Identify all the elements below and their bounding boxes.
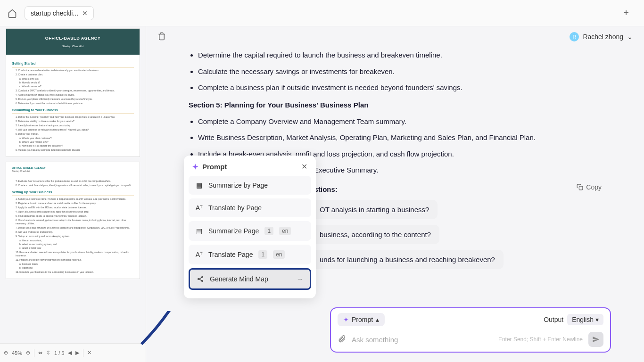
home-icon[interactable]: [8, 8, 17, 18]
item-label: Translate Page: [208, 251, 253, 258]
section-heading: Section 5: Planning for Your Business' B…: [189, 101, 611, 109]
arrow-right-icon: →: [297, 275, 303, 283]
page-badge: 1: [264, 227, 273, 235]
user-menu[interactable]: R Rachel zhong ⌄: [570, 32, 633, 41]
prompt-button[interactable]: ✦ Prompt ▴: [338, 313, 385, 326]
add-tab-button[interactable]: +: [623, 8, 629, 18]
pdf-toolbar: ⊕ 45% ⊖ ⇔ ⇕ 1 / 5 ◀ ▶ ✕: [0, 343, 146, 362]
page-badge: 1: [258, 250, 267, 259]
chevron-down-icon: ▾: [595, 316, 599, 323]
summarize-page-item[interactable]: ▤ Summarize Page 1 en: [189, 221, 311, 241]
question-chip[interactable]: unds for launching a business and reachi…: [311, 250, 504, 269]
sparkle-icon: ✦: [192, 163, 198, 171]
bullet-item: Complete a business plan if outside inve…: [198, 82, 611, 93]
question-chip[interactable]: OT analysis in starting a business?: [311, 200, 438, 219]
output-label: Output: [544, 316, 563, 323]
fit-page-icon[interactable]: ⇕: [46, 350, 50, 356]
translate-icon: Aᵀ: [195, 251, 203, 258]
zoom-out-icon[interactable]: ⊖: [26, 350, 30, 356]
copy-label: Copy: [586, 183, 602, 191]
chat-input[interactable]: [352, 336, 493, 344]
lang-badge: en: [279, 227, 291, 235]
svg-point-1: [198, 279, 199, 280]
avatar: R: [570, 32, 579, 41]
chevron-down-icon: ⌄: [627, 33, 633, 41]
send-button[interactable]: [588, 332, 603, 347]
thumb-section-title: Getting Started: [12, 61, 134, 67]
page-thumbnail-2[interactable]: OFFICE-BASED AGENCY Startup Checklist 7.…: [6, 162, 140, 279]
zoom-in-icon[interactable]: ⊕: [4, 350, 8, 356]
item-label: Translate by Page: [208, 204, 262, 212]
chevron-up-icon: ▴: [376, 316, 379, 323]
close-icon[interactable]: ✕: [301, 162, 307, 171]
input-hint: Enter Send; Shift + Enter Newline: [498, 336, 583, 343]
generate-mindmap-item[interactable]: Generate Mind Map →: [189, 268, 311, 290]
attach-icon[interactable]: [338, 334, 346, 345]
fit-width-icon[interactable]: ⇔: [38, 350, 42, 356]
questions-heading: questions:: [302, 185, 611, 193]
translate-page-item[interactable]: Aᵀ Translate Page 1 en: [189, 245, 311, 264]
lang-badge: en: [273, 250, 285, 259]
thumb-section-title: Committing to Your Business: [12, 108, 134, 114]
summarize-by-page-item[interactable]: ▤ Summarize by Page: [189, 176, 311, 195]
page-icon: ▤: [195, 227, 203, 235]
copy-button[interactable]: Copy: [577, 183, 602, 191]
popup-title: Prompt: [202, 163, 227, 171]
page-indicator: 1 / 5: [54, 350, 64, 356]
thumb-banner-title: OFFICE-BASED AGENCY: [10, 35, 136, 41]
prompt-btn-label: Prompt: [352, 316, 373, 323]
page-thumbnail-1[interactable]: OFFICE-BASED AGENCY Startup Checklist Ge…: [6, 28, 140, 157]
mindmap-icon: [197, 275, 204, 283]
item-label: Generate Mind Map: [210, 275, 268, 283]
prompt-popup: ✦ Prompt ✕ ▤ Summarize by Page Aᵀ Transl…: [184, 156, 316, 298]
app-header: startup checkli... ✕ +: [0, 0, 644, 26]
bullet-item: Complete a Company Overview and Manageme…: [198, 116, 611, 127]
output-language: Output English ▾: [544, 314, 603, 325]
translate-icon: Aᵀ: [195, 204, 203, 212]
trash-icon[interactable]: [157, 32, 166, 42]
thumb-head-title: OFFICE-BASED AGENCY: [6, 162, 140, 170]
user-name: Rachel zhong: [583, 33, 623, 41]
close-toolbar-icon[interactable]: ✕: [87, 350, 91, 356]
svg-point-3: [202, 280, 203, 282]
thumb-banner-sub: Startup Checklist: [10, 44, 136, 48]
item-label: Summarize by Page: [208, 181, 268, 189]
next-page-icon[interactable]: ▶: [75, 350, 79, 356]
sparkle-icon: ✦: [343, 316, 349, 323]
svg-rect-0: [579, 186, 583, 190]
thumbnail-scroll[interactable]: OFFICE-BASED AGENCY Startup Checklist Ge…: [0, 26, 146, 343]
bullet-item: Determine the capital required to launch…: [198, 50, 611, 61]
thumb-head-sub: Startup Checklist: [6, 170, 140, 175]
thumb-banner: OFFICE-BASED AGENCY Startup Checklist: [6, 29, 140, 55]
prev-page-icon[interactable]: ◀: [68, 350, 72, 356]
tab-title: startup checkli...: [31, 9, 78, 17]
page-icon: ▤: [195, 181, 203, 189]
translate-by-page-item[interactable]: Aᵀ Translate by Page: [189, 198, 311, 217]
thumb-section-title: Setting Up Your Business: [12, 190, 134, 196]
thumbnail-sidebar: OFFICE-BASED AGENCY Startup Checklist Ge…: [0, 26, 146, 362]
close-icon[interactable]: ✕: [82, 9, 88, 17]
zoom-level: 45%: [12, 350, 22, 356]
bullet-item: Write Business Description, Market Analy…: [198, 132, 611, 143]
item-label: Summarize Page: [208, 227, 259, 235]
question-chip[interactable]: business, according to the content?: [311, 225, 439, 244]
svg-point-2: [202, 277, 203, 278]
language-select[interactable]: English ▾: [567, 314, 603, 325]
document-tab[interactable]: startup checkli... ✕: [25, 6, 94, 20]
main-layout: OFFICE-BASED AGENCY Startup Checklist Ge…: [0, 26, 644, 362]
bullet-item: Calculate the necessary savings or inves…: [198, 66, 611, 77]
chat-input-box: ✦ Prompt ▴ Output English ▾ Enter Send; …: [330, 307, 611, 353]
